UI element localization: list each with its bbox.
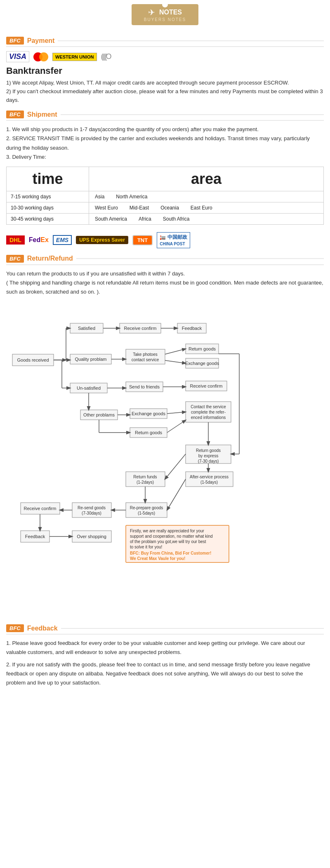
svg-text:Receive confirm: Receive confirm	[24, 506, 57, 511]
banktransfer-title: Banktransfer	[6, 66, 324, 76]
delivery-time-3: 30-45 working days	[7, 214, 89, 224]
svg-text:of the problam you got,we will: of the problam you got,we will try our b…	[130, 539, 206, 544]
svg-text:Re-prepare goods: Re-prepare goods	[130, 506, 163, 510]
tnt-logo: TNT	[132, 235, 153, 245]
mastercard-logo	[33, 52, 48, 61]
return-text2: ( The shipping and handling charge is no…	[6, 278, 324, 296]
feedback-line	[61, 628, 324, 629]
svg-text:Quality problam: Quality problam	[75, 357, 106, 362]
svg-text:Return goods: Return goods	[189, 346, 216, 351]
feedback-section: BFC Feedback 1. Please leave good feedba…	[0, 624, 330, 687]
svg-text:Receive confirm: Receive confirm	[190, 383, 223, 388]
delivery-row-1: 7-15 working days Asia North America	[7, 191, 323, 202]
payment-line	[58, 40, 324, 41]
area-africa: Africa	[137, 215, 153, 223]
svg-text:to solve it for you!: to solve it for you!	[130, 545, 162, 549]
return-badge: BFC	[6, 255, 24, 263]
svg-text:After-service process: After-service process	[190, 475, 229, 479]
plane-icon: ✈	[148, 8, 155, 17]
shipment-text3: 3. Delivery Time:	[6, 153, 324, 162]
area-mid-east: Mid-East	[128, 204, 151, 212]
shipment-text1: 1. We will ship you products in 1-7 days…	[6, 125, 324, 134]
svg-text:Receive confirm: Receive confirm	[124, 326, 157, 331]
fedex-logo: FedEx	[29, 236, 49, 244]
ems-logo: EMS	[53, 235, 72, 245]
svg-text:Goods received: Goods received	[17, 358, 49, 362]
return-line	[76, 258, 324, 259]
payment-header: BFC Payment	[6, 37, 324, 47]
shipment-header: BFC Shipment	[6, 111, 324, 121]
area-east-euro: East Euro	[189, 204, 214, 212]
svg-text:Return goods: Return goods	[196, 448, 221, 453]
svg-text:Firstly, we are really appreci: Firstly, we are really appreciated for y…	[130, 529, 205, 533]
return-section: BFC Return/Refund You can return the pro…	[0, 255, 330, 618]
visa-logo: VISA	[6, 51, 29, 62]
svg-line-64	[165, 454, 186, 479]
svg-line-25	[165, 360, 186, 363]
svg-text:Feedback: Feedback	[182, 326, 202, 331]
feedback-header: BFC Feedback	[6, 624, 324, 635]
svg-text:(7-30days): (7-30days)	[82, 511, 101, 515]
area-oceania: Oceania	[159, 204, 181, 212]
area-north-america: North America	[114, 193, 149, 200]
escrow-logo: ((((O	[101, 52, 111, 61]
shipment-section: BFC Shipment 1. We will ship you product…	[0, 111, 330, 250]
feedback-badge: BFC	[6, 624, 24, 632]
shipment-title: Shipment	[27, 111, 57, 118]
svg-text:We Creat Max Vaule for you!: We Creat Max Vaule for you!	[130, 556, 185, 561]
svg-text:Return funds: Return funds	[133, 475, 157, 479]
delivery-row-2: 10-30 working days West Euro Mid-East Oc…	[7, 202, 323, 213]
delivery-areas-2: West Euro Mid-East Oceania East Euro	[89, 202, 323, 213]
svg-text:Send to friends: Send to friends	[129, 384, 160, 389]
svg-text:contact service: contact service	[132, 358, 159, 362]
svg-line-24	[165, 349, 186, 354]
area-south-africa: South Africa	[161, 215, 191, 223]
svg-text:Exchange goods: Exchange goods	[185, 361, 219, 366]
return-header: BFC Return/Refund	[6, 255, 324, 265]
delivery-areas-1: Asia North America	[89, 191, 323, 202]
shipment-badge: BFC	[6, 111, 24, 118]
svg-text:Exchange goods: Exchange goods	[132, 411, 165, 416]
svg-text:Re-send goods: Re-send goods	[78, 506, 106, 510]
payment-title: Payment	[27, 37, 55, 45]
svg-text:(1-5days): (1-5days)	[200, 480, 218, 485]
svg-text:Satisfied: Satisfied	[78, 326, 95, 331]
feedback-text1: 1. Please leave good feedback for every …	[6, 639, 324, 657]
delivery-time-1: 7-15 working days	[7, 191, 89, 202]
notes-subtitle: BUYERS NOTES	[144, 17, 186, 22]
payment-text1: 1) We accept Alipay, West Union, TT. All…	[6, 79, 324, 87]
delivery-table: time area 7-15 working days Asia North A…	[6, 167, 324, 225]
shipment-text2: 2. SERVICE TRANSIT TIME is provided by t…	[6, 134, 324, 152]
svg-text:(1-2days): (1-2days)	[137, 480, 154, 485]
svg-text:(7-30 days): (7-30 days)	[198, 459, 219, 463]
western-union-logo: WESTERN UNION	[52, 53, 97, 61]
svg-text:Feedback: Feedback	[25, 534, 45, 539]
delivery-areas-3: South America Africa South Africa	[89, 214, 323, 224]
svg-line-52	[167, 420, 186, 433]
svg-text:(1-5days): (1-5days)	[138, 511, 155, 515]
time-header: time	[7, 167, 89, 191]
svg-text:Return goods: Return goods	[135, 430, 163, 435]
payment-logos: VISA WESTERN UNION ((((O	[6, 51, 324, 62]
svg-text:BFC: Buy From China, Bid For C: BFC: Buy From China, Bid For Customer!	[130, 551, 211, 555]
carrier-logos: DHL FedEx EMS UPS Express Saver TNT 🏣 中国…	[6, 230, 324, 251]
area-west-euro: West Euro	[93, 204, 120, 212]
area-header: area	[89, 167, 323, 191]
payment-badge: BFC	[6, 37, 24, 45]
chinapost-logo: 🏣 中国邮政CHINA POST	[157, 232, 190, 248]
svg-text:Over shopping: Over shopping	[77, 534, 106, 539]
dhl-logo: DHL	[6, 235, 25, 245]
svg-text:Other problams: Other problams	[83, 412, 115, 417]
svg-line-47	[167, 412, 186, 414]
shipment-line	[61, 114, 324, 115]
page-header: ✈ NOTES BUYERS NOTES	[0, 0, 330, 33]
delivery-time-2: 10-30 working days	[7, 202, 89, 213]
area-asia: Asia	[93, 193, 106, 200]
ups-logo: UPS Express Saver	[76, 236, 128, 244]
svg-text:complete the refer-: complete the refer-	[191, 410, 226, 414]
payment-text2: 2) If you can't checkout immediately aft…	[6, 87, 324, 105]
flowchart-svg: Goods received Satisfied Receive confirm…	[8, 296, 322, 618]
delivery-header-row: time area	[7, 167, 323, 191]
payment-section: BFC Payment VISA WESTERN UNION ((((O Ban…	[0, 37, 330, 104]
delivery-row-3: 30-45 working days South America Africa …	[7, 213, 323, 224]
